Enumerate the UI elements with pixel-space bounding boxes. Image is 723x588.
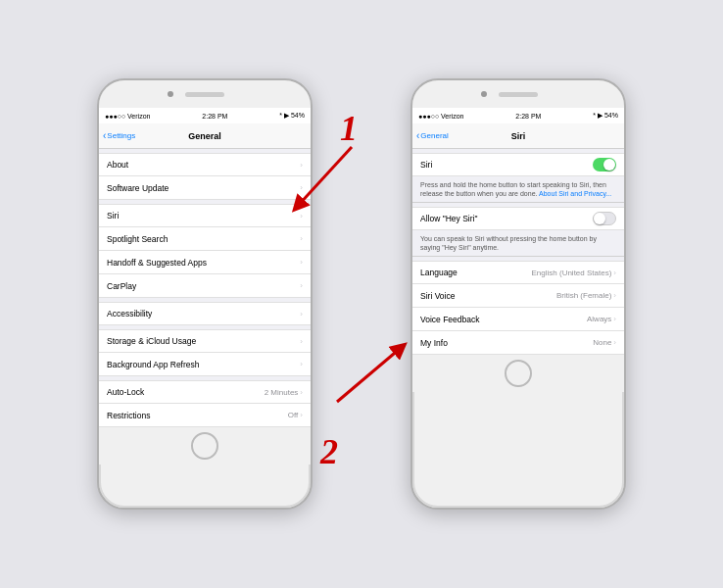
phone-1-nav-bar: ‹ Settings General: [99, 123, 311, 149]
phone-1-settings-list: About › Software Update › Siri ›: [99, 149, 311, 427]
siri-toggle[interactable]: [593, 158, 616, 172]
siri-toggle-row[interactable]: Siri: [412, 153, 624, 176]
phone-1-back-arrow: ‹: [103, 130, 106, 141]
language-row[interactable]: Language English (United States) ›: [412, 261, 624, 284]
phone-2: ●●●○○ Verizon 2:28 PM * ▶ 54% ‹ General …: [410, 78, 626, 510]
phone-1-nav-title: General: [188, 131, 221, 141]
phone-2-bottom-bezel: [412, 355, 624, 392]
phone-2-carrier: ●●●○○ Verizon: [418, 113, 463, 120]
phone-2-settings-section: Language English (United States) › Siri …: [412, 261, 624, 355]
phone-2-back-button[interactable]: ‹ General: [416, 130, 449, 141]
phone-1-status-icons: * ▶ 54%: [279, 112, 305, 120]
phone-1-home-button[interactable]: [191, 432, 218, 460]
siri-privacy-link[interactable]: About Siri and Privacy...: [539, 190, 611, 197]
phone-1-back-button[interactable]: ‹ Settings: [103, 130, 135, 141]
phone-2-home-button[interactable]: [505, 360, 532, 387]
phone-1-screen: ●●●○○ Verizon 2:28 PM * ▶ 54% ‹ Settings…: [99, 108, 311, 427]
phone-1-section-5: Auto-Lock 2 Minutes › Restrictions Off ›: [99, 380, 311, 427]
table-row[interactable]: About ›: [99, 153, 311, 176]
middle-area: 1 2: [313, 78, 410, 510]
hey-siri-description: You can speak to Siri without pressing t…: [412, 230, 624, 257]
phone-1-back-label: Settings: [107, 131, 135, 140]
table-row[interactable]: Storage & iCloud Usage ›: [99, 329, 311, 353]
phone-2-top-bezel: [412, 80, 624, 108]
phone-2-status-icons: * ▶ 54%: [593, 112, 618, 120]
phone-1-section-4: Storage & iCloud Usage › Background App …: [99, 329, 311, 376]
svg-line-3: [337, 348, 401, 402]
phone-1-bottom-bezel: [99, 427, 311, 465]
siri-description: Press and hold the home button to start …: [412, 176, 624, 203]
phone-1-section-3: Accessibility ›: [99, 302, 311, 325]
restrictions-row[interactable]: Restrictions Off ›: [99, 404, 311, 427]
phone-2-siri-section: Siri: [412, 153, 624, 176]
phone-2-time: 2:28 PM: [515, 113, 541, 120]
table-row[interactable]: Accessibility ›: [99, 302, 311, 325]
phone-2-camera: [481, 91, 487, 97]
phone-2-back-arrow: ‹: [416, 130, 419, 141]
table-row[interactable]: Background App Refresh ›: [99, 353, 311, 376]
phone-2-nav-bar: ‹ General Siri: [412, 123, 624, 149]
siri-voice-row[interactable]: Siri Voice British (Female) ›: [412, 284, 624, 308]
phone-2-siri-list: Siri Press and hold the home button to s…: [412, 149, 624, 355]
phone-1-status-bar: ●●●○○ Verizon 2:28 PM * ▶ 54%: [99, 108, 311, 123]
table-row[interactable]: Auto-Lock 2 Minutes ›: [99, 380, 311, 404]
my-info-row[interactable]: My Info None ›: [412, 331, 624, 355]
phone-1-speaker: [185, 92, 224, 97]
phone-1-time: 2:28 PM: [202, 113, 227, 120]
hey-siri-toggle[interactable]: [593, 212, 616, 225]
table-row[interactable]: Software Update ›: [99, 176, 311, 200]
voice-feedback-row[interactable]: Voice Feedback Always ›: [412, 308, 624, 331]
arrow-2: [322, 333, 420, 412]
main-container: ●●●○○ Verizon 2:28 PM * ▶ 54% ‹ Settings…: [0, 0, 723, 588]
phone-2-speaker: [499, 92, 538, 97]
phone-2-hey-siri-section: Allow "Hey Siri": [412, 207, 624, 230]
phone-1-top-bezel: [99, 80, 311, 108]
phone-2-back-label: General: [420, 131, 448, 140]
phone-2-nav-title: Siri: [511, 131, 526, 141]
phone-1-camera: [168, 91, 173, 97]
table-row[interactable]: Handoff & Suggested Apps ›: [99, 251, 311, 274]
phone-1-section-1: About › Software Update ›: [99, 153, 311, 200]
table-row[interactable]: Spotlight Search ›: [99, 227, 311, 251]
phone-1: ●●●○○ Verizon 2:28 PM * ▶ 54% ‹ Settings…: [97, 78, 313, 510]
phone-1-carrier: ●●●○○ Verizon: [105, 113, 150, 120]
phone-2-screen: ●●●○○ Verizon 2:28 PM * ▶ 54% ‹ General …: [412, 108, 624, 355]
phone-1-section-2: Siri › Spotlight Search › Handoff & Sugg…: [99, 204, 311, 298]
hey-siri-toggle-row[interactable]: Allow "Hey Siri": [412, 207, 624, 230]
table-row[interactable]: CarPlay ›: [99, 274, 311, 298]
phone-2-status-bar: ●●●○○ Verizon 2:28 PM * ▶ 54%: [412, 108, 624, 123]
siri-row[interactable]: Siri ›: [99, 204, 311, 227]
